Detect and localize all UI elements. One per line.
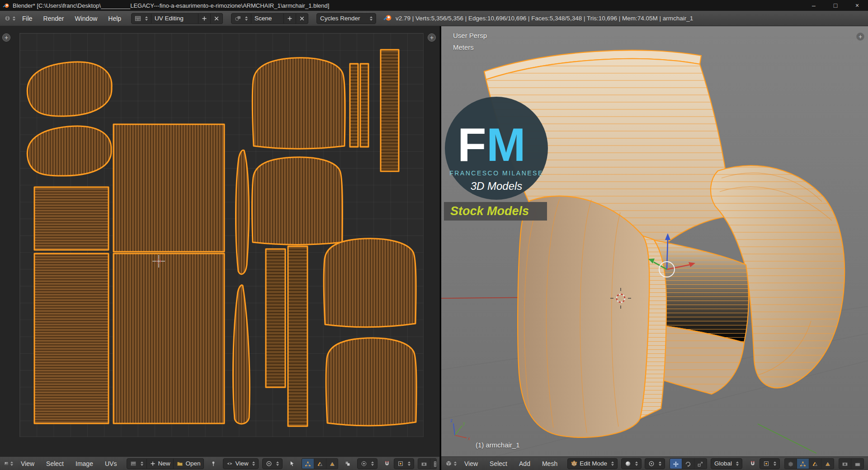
image-browse-button[interactable] <box>127 458 147 469</box>
info-header: File Render Window Help UV Editing Scene… <box>0 11 868 26</box>
viewport-3d-canvas[interactable]: F M FRANCESCO MILANESE 3D Models Stock M… <box>441 26 868 456</box>
vertex-select-icon <box>800 461 806 467</box>
edge-select-button[interactable] <box>809 459 821 469</box>
manipulator-group <box>670 458 707 469</box>
uv-face-select-button[interactable] <box>326 459 338 469</box>
manipulator-scale-button[interactable] <box>694 459 707 469</box>
editor-type-3dview-button[interactable] <box>444 458 458 469</box>
uv-sync-select-toggle[interactable] <box>286 458 298 469</box>
watermark-tagline: 3D Models <box>471 180 523 192</box>
opengl-animation-button[interactable] <box>851 459 863 469</box>
camera-icon <box>421 461 427 467</box>
image-new-button[interactable]: New <box>147 458 174 469</box>
y-axis-line <box>758 424 816 453</box>
screen-layout-browse-button[interactable] <box>131 13 151 24</box>
stepper-arrows <box>408 461 410 466</box>
render-engine-dropdown[interactable]: Cycles Render <box>316 13 376 24</box>
uv-menu-uvs[interactable]: UVs <box>99 457 122 470</box>
stepper-arrows <box>659 461 661 466</box>
stepper-arrows <box>145 16 148 21</box>
vertex-select-button[interactable] <box>797 459 809 469</box>
v3d-menu-mesh[interactable]: Mesh <box>537 457 563 470</box>
face-select-button[interactable] <box>821 459 834 469</box>
pivot-point-dropdown[interactable] <box>645 458 665 469</box>
viewport-shading-dropdown[interactable] <box>621 458 642 469</box>
region-expand-left-button[interactable]: + <box>2 33 10 42</box>
rotate-icon <box>685 461 691 467</box>
uv-editor-canvas[interactable]: + + <box>0 26 439 456</box>
window-title: Blender* [C:\Users\franc\Desktop\_______… <box>13 2 329 9</box>
uv-pivot-dropdown[interactable] <box>262 458 283 469</box>
manipulator-translate-button[interactable] <box>670 459 682 469</box>
scene-delete-button[interactable] <box>296 13 308 24</box>
image-open-button[interactable]: Open <box>174 458 204 469</box>
magnet-icon <box>384 461 390 467</box>
menu-file[interactable]: File <box>17 11 38 26</box>
region-expand-right-button[interactable]: + <box>856 33 864 41</box>
edit-mode-cube-icon <box>571 461 577 467</box>
scene-name[interactable]: Scene <box>251 13 284 24</box>
watermark-m: M <box>486 118 526 171</box>
image-open-label: Open <box>185 460 200 467</box>
uv-menu-image[interactable]: Image <box>70 457 99 470</box>
uv-edge-select-button[interactable] <box>314 459 326 469</box>
limit-to-visible-button[interactable] <box>785 459 797 469</box>
v3d-menu-select[interactable]: Select <box>484 457 513 470</box>
image-datablock: New Open <box>127 458 204 469</box>
close-button[interactable]: × <box>846 0 868 11</box>
snap-element-dropdown[interactable] <box>760 458 780 469</box>
uv-sticky-select-button[interactable] <box>342 458 354 469</box>
stepper-arrows <box>141 461 143 466</box>
orientation-dropdown[interactable]: Global <box>711 458 742 469</box>
uv-proportional-edit-dropdown[interactable] <box>357 458 377 469</box>
scene-add-button[interactable] <box>284 13 296 24</box>
scale-icon <box>697 461 703 467</box>
snap-toggle[interactable] <box>747 458 759 469</box>
editor-type-info-button[interactable] <box>3 13 17 24</box>
menu-window[interactable]: Window <box>69 11 103 26</box>
stepper-arrows <box>736 461 739 466</box>
viewport-3d-pane: F M FRANCESCO MILANESE 3D Models Stock M… <box>441 26 868 470</box>
uv-grid-display-button[interactable] <box>430 459 437 469</box>
x-icon <box>214 16 219 21</box>
mode-dropdown[interactable]: Edit Mode <box>567 458 618 469</box>
image-icon <box>130 461 137 467</box>
scene-icon <box>235 15 241 22</box>
face-select-icon <box>825 461 831 467</box>
orientation-value: Global <box>714 460 732 467</box>
clapper-icon <box>854 461 861 467</box>
stepper-arrows <box>245 16 248 21</box>
opengl-render-button[interactable] <box>839 459 851 469</box>
uv-snap-toggle[interactable] <box>381 458 393 469</box>
menu-help[interactable]: Help <box>103 11 127 26</box>
stepper-arrows <box>252 461 255 466</box>
screen-layout-add-button[interactable] <box>198 13 211 24</box>
stock-models-label: Stock Models <box>450 204 529 218</box>
svg-text:z: z <box>450 418 453 423</box>
image-pin-button[interactable] <box>208 458 219 469</box>
editor-type-image-button[interactable] <box>3 458 14 469</box>
stepper-arrows <box>635 461 638 466</box>
mini-axis-gizmo: x y z <box>450 418 470 441</box>
scene-browse-button[interactable] <box>231 13 251 24</box>
uv-render-slot-button[interactable] <box>418 459 430 469</box>
pivot-icon <box>266 461 272 467</box>
screen-layout-delete-button[interactable] <box>211 13 223 24</box>
viewport-object-label: (1) armchair_1 <box>476 441 520 449</box>
uv-menu-select[interactable]: Select <box>41 457 69 470</box>
region-expand-right-button[interactable]: + <box>428 33 436 42</box>
uv-menu-view[interactable]: View <box>15 457 40 470</box>
magnet-icon <box>750 461 756 467</box>
armchair-mesh <box>484 50 844 437</box>
uv-mode-dropdown[interactable]: View <box>223 458 259 469</box>
maximize-button[interactable]: □ <box>825 0 846 11</box>
uv-vertex-select-button[interactable] <box>302 459 314 469</box>
minimize-button[interactable]: – <box>803 0 825 11</box>
uv-snap-target-dropdown[interactable] <box>394 458 414 469</box>
menu-render[interactable]: Render <box>38 11 70 26</box>
v3d-menu-add[interactable]: Add <box>514 457 536 470</box>
v3d-menu-view[interactable]: View <box>459 457 483 470</box>
screen-layout-name[interactable]: UV Editing <box>151 13 198 24</box>
manipulator-rotate-button[interactable] <box>682 459 694 469</box>
stepper-arrows <box>276 461 279 466</box>
